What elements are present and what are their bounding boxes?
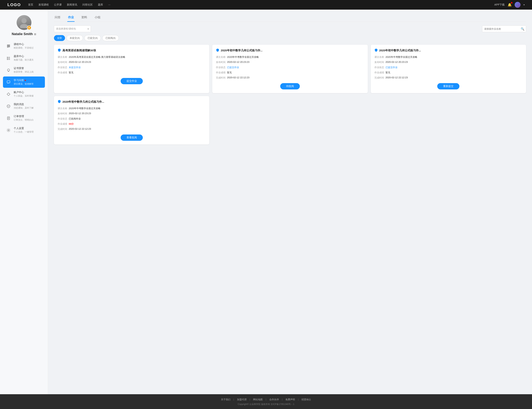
certificate-text: 证书荣誉 收获荣誉、持证上岗 <box>14 67 34 74</box>
footer-franchise[interactable]: 加盟代理 <box>237 398 247 401</box>
card1-value-score: 暂无 <box>69 71 206 74</box>
footer-sitemap[interactable]: 网站地图 <box>253 398 263 401</box>
course-icon <box>6 44 11 49</box>
search-button[interactable]: 🔍 <box>519 26 526 32</box>
course-select-arrow-icon: ▾ <box>88 28 89 30</box>
status-tab-all[interactable]: 全部 <box>54 35 65 41</box>
card2-row-finish: 完成时间 2020-02-12 22:12:23 <box>216 76 364 79</box>
card2-pending-button[interactable]: 待批阅 <box>280 83 300 89</box>
card2-label-time: 发布时间 <box>216 61 227 64</box>
tab-materials[interactable]: 资料 <box>81 14 88 22</box>
avatar-image <box>515 2 521 8</box>
settings-icon <box>6 128 11 133</box>
sidebar-menu: 课程中心 精彩课程、不容错过 题库中心 海量习题、助力通关 <box>0 40 48 137</box>
search-input[interactable] <box>482 28 519 30</box>
svg-point-12 <box>7 69 9 71</box>
footer-about[interactable]: 关于我们 <box>221 398 230 401</box>
card4-shield-icon <box>58 100 61 104</box>
card1-value-time: 2020-02-12 20:23:23 <box>69 61 206 64</box>
app-download-link[interactable]: APP下载 <box>494 3 505 7</box>
sidebar-item-settings[interactable]: 个人设置 个人信息、一键管理 <box>3 124 45 136</box>
footer-partners[interactable]: 合作伙伴 <box>269 398 279 401</box>
footer-disclaimer[interactable]: 免费声明 <box>285 398 295 401</box>
footer-sep2: | <box>249 398 250 401</box>
certificate-sub: 收获荣誉、持证上岗 <box>14 70 34 74</box>
nav-open[interactable]: 公开课 <box>54 3 62 7</box>
footer-sep4: | <box>282 398 283 401</box>
card1-title-text: 高考英语试卷阅读理解30张 <box>63 49 96 52</box>
profile-name: Natalie Smith ⊞ <box>12 32 36 36</box>
user-avatar[interactable] <box>515 2 521 8</box>
card2-value-score: 暂无 <box>227 71 364 74</box>
nav-discover[interactable]: 发现课程 <box>38 3 49 7</box>
card4-view-review-button[interactable]: 查看批阅 <box>121 134 143 141</box>
card4-value-score: 88分 <box>69 122 206 126</box>
nav-home[interactable]: 首页 <box>28 3 33 7</box>
sidebar-item-account[interactable]: 账户中心 个人权益、实时掌握 <box>3 88 45 100</box>
qa-text: 学习问答 课后重温、疑难解答 <box>14 79 34 85</box>
tab-qa[interactable]: 问答 <box>54 14 61 22</box>
status-tab-unsubmitted[interactable]: 未提交(4) <box>66 35 83 41</box>
card3-title-text: 2020年初中数学几何公式练习作... <box>379 49 421 52</box>
card4-value-finish: 2020-02-12 22:12:23 <box>69 128 206 131</box>
footer: 关于我们 | 加盟代理 | 网站地图 | 合作伙伴 | 免费声明 | 招贤纳士 … <box>0 394 532 409</box>
card2-value-course: 2020年中考数学全面过关攻略 <box>227 56 364 59</box>
card2-title: 2020年初中数学几何公式练习作... <box>216 48 364 53</box>
sidebar-item-orders[interactable]: 订单管理 订单支出、明明白白 <box>3 112 45 124</box>
tab-homework[interactable]: 作业 <box>67 14 75 22</box>
card2-row-status: 作业状态 已提交作业 <box>216 66 364 69</box>
svg-point-14 <box>7 105 10 108</box>
card3-value-time: 2020-02-12 20:23:23 <box>385 61 523 64</box>
search-icon: 🔍 <box>521 27 524 31</box>
course-select[interactable]: 请选择课程/课程包 ▾ <box>54 26 91 32</box>
footer-sep1: | <box>233 398 234 401</box>
settings-sub: 个人信息、一键管理 <box>14 130 34 134</box>
notification-badge <box>511 2 513 3</box>
card3-row-course: 课次名称 2020年中考数学全面过关攻略 <box>375 56 523 59</box>
card1-value-status: 未提交作业 <box>69 66 206 69</box>
tab-groups[interactable]: 小组 <box>94 14 101 22</box>
card3-shield-icon <box>375 48 378 53</box>
cards-grid-row2: 2020年初中数学几何公式练习作... 课次名称 2020年中考数学全面过关攻略… <box>54 96 526 144</box>
card4-label-status: 作业状态 <box>58 117 69 121</box>
user-menu-chevron-icon[interactable]: ▾ <box>523 3 525 6</box>
homework-card-3: 2020年初中数学几何公式练习作... 课次名称 2020年中考数学全面过关攻略… <box>371 45 526 93</box>
orders-sub: 订单支出、明明白白 <box>14 118 34 121</box>
svg-rect-9 <box>8 58 10 59</box>
status-tab-submitted[interactable]: 已提交(4) <box>84 35 101 41</box>
card3-label-finish: 完成时间 <box>375 76 385 79</box>
main-content: 问答 作业 资料 小组 请选择课程/课程包 ▾ 🔍 全部 未提交(4) 已提交(… <box>48 9 532 394</box>
card2-row-course: 课次名称 2020年中考数学全面过关攻略 <box>216 56 364 59</box>
sidebar-item-questionbank[interactable]: 题库中心 海量习题、助力通关 <box>3 53 45 64</box>
status-tab-reviewed[interactable]: 已批阅(4) <box>102 35 119 41</box>
sidebar-item-certificate[interactable]: 证书荣誉 收获荣誉、持证上岗 <box>3 65 45 76</box>
footer-copyright: Copyright© 云朵商学院 版权所有 京ICP备17051340号－1 <box>7 403 525 406</box>
card4-row-time: 发布时间 2020-02-12 20:23:23 <box>58 112 206 115</box>
qr-icon[interactable]: ⊞ <box>34 33 36 36</box>
sidebar-item-course[interactable]: 课程中心 精彩课程、不容错过 <box>3 40 45 52</box>
questionbank-icon <box>6 56 11 61</box>
card1-shield-icon <box>58 48 61 53</box>
profile-section: ★ Natalie Smith ⊞ <box>12 15 36 36</box>
card1-submit-button[interactable]: 提交作业 <box>121 78 143 84</box>
nav-news[interactable]: 新闻资讯 <box>67 3 77 7</box>
sidebar-item-qa[interactable]: 学习问答 课后重温、疑难解答 <box>3 76 45 88</box>
nav-more[interactable]: ··· <box>108 3 110 7</box>
homework-card-1: 高考英语试卷阅读理解30张 课次名称 2020年高考英语全面过关攻略-第六期零基… <box>54 45 209 93</box>
card3-resubmit-button[interactable]: 重新提交 <box>437 83 459 89</box>
svg-rect-7 <box>8 57 10 57</box>
nav-questions[interactable]: 题库 <box>98 3 103 7</box>
sidebar-item-messages[interactable]: 我的消息 消息通知、及时了解 <box>3 101 45 112</box>
card2-label-finish: 完成时间 <box>216 76 227 79</box>
card3-row-finish: 完成时间 2020-02-12 22:12:23 <box>375 76 523 79</box>
nav-right: APP下载 🔔 ▾ <box>494 2 525 8</box>
nav-qa[interactable]: 问答社区 <box>83 3 93 7</box>
card1-label-score: 作业成绩 <box>58 71 69 74</box>
page-layout: ★ Natalie Smith ⊞ 课程中心 精彩课程、不容错过 <box>0 9 532 394</box>
card2-btn-row: 待批阅 <box>216 83 364 89</box>
footer-recruit[interactable]: 招贤纳士 <box>302 398 311 401</box>
orders-icon <box>6 116 11 121</box>
notification-bell[interactable]: 🔔 <box>508 3 512 7</box>
card4-row-score: 作业成绩 88分 <box>58 122 206 126</box>
card3-title: 2020年初中数学几何公式练习作... <box>375 48 523 53</box>
